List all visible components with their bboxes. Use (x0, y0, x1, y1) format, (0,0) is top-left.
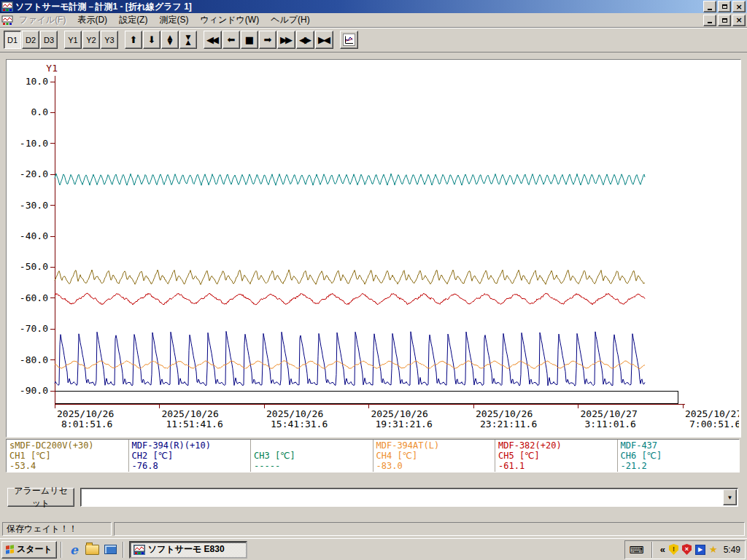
messenger-star-icon[interactable]: ★ (709, 544, 718, 555)
toolbar-button-graph-display[interactable] (340, 31, 358, 49)
task-button-softthermo[interactable]: ソフトサーモ E830 (129, 541, 247, 559)
toolbar-separator (334, 31, 340, 49)
toolbar-button-y1[interactable]: Y1 (64, 31, 82, 49)
channel-label: CH6 [℃] (621, 451, 737, 461)
toolbar-button-compress-vertical[interactable]: ▼▲ (179, 31, 197, 49)
toolbar-button-scroll-up[interactable]: ⬆ (125, 31, 142, 49)
channel-label: CH1 [℃] (9, 451, 125, 461)
window-title: ソフトサーモ計測－計測1 - [折れ線グラフ 1] (15, 1, 702, 13)
internet-explorer-icon[interactable]: e (66, 542, 82, 558)
svg-text:2025/10/26: 2025/10/26 (162, 408, 219, 419)
toolbar-button-scroll-right[interactable]: ➡ (259, 31, 276, 49)
status-bar: 保存ウェイト！！ (0, 520, 747, 538)
legend-cell-ch5: MDF-382(+20)CH5 [℃]-61.1 (495, 440, 618, 472)
toolbar-button-compress-horizontal[interactable]: ▶◀ (315, 31, 333, 49)
child-close-button[interactable]: × (732, 15, 746, 26)
toolbar-button-fast-rewind[interactable]: ◀◀ (204, 31, 222, 49)
svg-text:2025/10/26: 2025/10/26 (371, 408, 428, 419)
stop-icon: ■ (245, 35, 254, 44)
channel-value: ----- (254, 461, 370, 471)
minimize-button[interactable] (703, 1, 716, 12)
child-minimize-icon (708, 22, 712, 23)
taskbar-divider (61, 542, 62, 558)
hide-tray-icons-chevron[interactable]: « (660, 544, 665, 555)
media-player-icon[interactable]: ▶ (695, 545, 705, 555)
quick-launch-bar: e (66, 542, 119, 558)
channel-label: CH4 [℃] (376, 451, 492, 461)
fast-rewind-icon: ◀◀ (206, 35, 219, 44)
menu-file[interactable]: ファイル(F) (13, 12, 71, 28)
folder-icon[interactable] (84, 542, 101, 558)
taskbar-divider (123, 542, 124, 558)
legend-cell-ch1: sMDF-DC200V(+30)CH1 [℃]-53.4 (7, 440, 129, 472)
menu-measure[interactable]: 測定(S) (153, 12, 194, 28)
compress-horizontal-icon: ▶◀ (318, 35, 330, 44)
start-button[interactable]: スタート (1, 541, 57, 559)
channel-label: CH2 [℃] (132, 451, 248, 461)
svg-text:-30.0: -30.0 (20, 200, 48, 211)
menu-items: ファイル(F)表示(D)設定(Z)測定(S)ウィンドウ(W)ヘルプ(H) (13, 12, 316, 28)
ie-e-glyph: e (70, 542, 78, 557)
toolbar-button-scroll-down[interactable]: ⬇ (143, 31, 160, 49)
toolbar-button-y2[interactable]: Y2 (82, 31, 100, 49)
security-warning-shield-icon[interactable]: ! (669, 544, 678, 555)
svg-text:19:31:21.6: 19:31:21.6 (376, 419, 433, 429)
range-indicator-box (55, 392, 678, 404)
toolbar-button-expand-horizontal[interactable]: ◀▶ (296, 31, 314, 49)
svg-text:3:11:01.6: 3:11:01.6 (585, 419, 636, 429)
menu-settings[interactable]: 設定(Z) (113, 12, 153, 28)
toolbar-button-stop[interactable]: ■ (241, 31, 258, 49)
alarm-reset-button[interactable]: アラームリセット (7, 488, 74, 507)
toolbar-button-d1[interactable]: D1 (4, 31, 21, 49)
menu-help[interactable]: ヘルプ(H) (265, 12, 316, 28)
toolbar-button-y3[interactable]: Y3 (101, 31, 118, 49)
scroll-right-icon: ➡ (264, 35, 272, 44)
channel-sensor-name: MDF-394AT(L) (376, 440, 492, 451)
child-restore-icon (722, 18, 727, 23)
channel-label: CH5 [℃] (498, 451, 614, 461)
child-window-icon[interactable] (1, 15, 13, 26)
close-icon: × (735, 3, 742, 11)
restore-button[interactable] (718, 1, 731, 12)
keyboard-indicator-icon[interactable]: ⌨ (630, 545, 644, 555)
child-restore-button[interactable] (718, 15, 731, 26)
svg-text:23:21:11.6: 23:21:11.6 (480, 419, 537, 429)
svg-text:10.0: 10.0 (26, 76, 48, 87)
toolbar-button-expand-vertical[interactable]: ▲▼ (161, 31, 179, 49)
compress-vertical-icon: ▼▲ (186, 35, 191, 45)
toolbar-button-d3[interactable]: D3 (40, 31, 58, 49)
alarm-combobox-dropdown-button[interactable]: ▼ (723, 489, 737, 505)
app-icon (133, 545, 145, 555)
channel-value: -61.1 (498, 461, 614, 471)
windows-logo-icon (6, 545, 14, 554)
toolbar: D1D2D3Y1Y2Y3⬆⬇▲▼▼▲◀◀⬅■➡▶▶◀▶▶◀ (0, 27, 747, 52)
taskbar: スタート e ソフトサーモ E830 ⌨«!×▶★5:49 (0, 538, 747, 560)
status-extra-panel (114, 522, 745, 536)
svg-text:2025/10/26: 2025/10/26 (476, 408, 533, 419)
taskbar-clock: 5:49 (724, 545, 740, 555)
scroll-left-icon: ⬅ (228, 35, 236, 44)
channel-sensor-name: MDF-382(+20) (498, 440, 614, 451)
series-line-ch1 (55, 270, 645, 284)
channel-legend: sMDF-DC200V(+30)CH1 [℃]-53.4MDF-394(R)(+… (6, 439, 740, 472)
channel-sensor-name: MDF-437 (621, 440, 737, 451)
minimize-icon (708, 9, 712, 10)
svg-text:2025/10/27: 2025/10/27 (685, 408, 739, 419)
child-minimize-button[interactable] (703, 15, 716, 26)
show-desktop-icon[interactable] (102, 542, 119, 558)
security-error-shield-icon[interactable]: × (682, 544, 692, 555)
system-tray: ⌨«!×▶★5:49 (624, 540, 746, 559)
chart-panel: Y110.00.0-10.0-20.0-30.0-40.0-50.0-60.0-… (6, 59, 741, 438)
toolbar-button-d2[interactable]: D2 (22, 31, 39, 49)
series-line-ch6 (55, 174, 645, 185)
svg-text:-10.0: -10.0 (20, 138, 48, 149)
close-button[interactable]: × (732, 1, 746, 12)
alarm-combobox-field[interactable] (82, 489, 723, 505)
menu-view[interactable]: 表示(D) (71, 12, 113, 28)
toolbar-button-fast-forward[interactable]: ▶▶ (277, 31, 295, 49)
task-button-label: ソフトサーモ E830 (148, 543, 225, 556)
child-close-icon: × (735, 16, 742, 24)
toolbar-button-scroll-left[interactable]: ⬅ (222, 31, 240, 49)
menu-window[interactable]: ウィンドウ(W) (194, 12, 265, 28)
scroll-up-icon: ⬆ (130, 35, 138, 44)
